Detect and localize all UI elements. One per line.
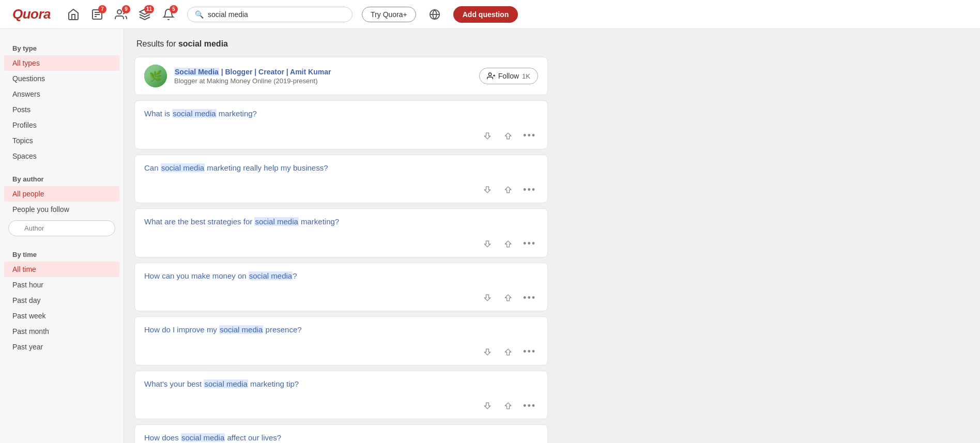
- question-card: Can social media marketing really help m…: [134, 155, 548, 204]
- results-header: Results for social media: [134, 39, 548, 49]
- upvote-button[interactable]: [500, 128, 516, 144]
- upvote-button[interactable]: [500, 236, 516, 252]
- upvote-button[interactable]: [500, 290, 516, 305]
- question-card: What's your best social media marketing …: [134, 371, 548, 420]
- main-content: Results for social media 🌿 Social Media …: [124, 29, 548, 443]
- upvote-button[interactable]: [500, 344, 516, 360]
- downvote-icon: [482, 401, 493, 411]
- upvote-button[interactable]: [500, 182, 516, 197]
- profile-name-highlight: Social Media: [174, 68, 219, 76]
- sidebar-item-questions[interactable]: Questions: [0, 71, 124, 86]
- question-highlight-span: social media: [219, 325, 263, 334]
- profile-name[interactable]: Social Media | Blogger | Creator | Amit …: [174, 68, 472, 76]
- question-text[interactable]: Can social media marketing really help m…: [144, 162, 538, 174]
- downvote-button[interactable]: [480, 128, 495, 144]
- spaces-nav-button[interactable]: 11: [135, 5, 154, 24]
- language-button[interactable]: [425, 5, 444, 24]
- upvote-icon: [503, 185, 513, 195]
- downvote-icon: [482, 347, 493, 357]
- more-options-button[interactable]: •••: [521, 346, 538, 357]
- search-bar[interactable]: 🔍: [187, 7, 353, 22]
- try-plus-button[interactable]: Try Quora+: [362, 7, 416, 22]
- sidebar-item-all-types[interactable]: All types: [4, 55, 119, 71]
- sidebar-item-all-time[interactable]: All time: [4, 262, 119, 277]
- downvote-button[interactable]: [480, 344, 495, 360]
- profile-bio: Blogger at Making Money Online (2019-pre…: [174, 77, 472, 85]
- author-input[interactable]: [8, 220, 115, 236]
- sidebar-item-all-people[interactable]: All people: [4, 186, 119, 202]
- sidebar-item-spaces[interactable]: Spaces: [0, 148, 124, 164]
- sidebar-item-past-hour[interactable]: Past hour: [0, 277, 124, 293]
- notifications-nav-button[interactable]: 5: [159, 5, 178, 24]
- downvote-button[interactable]: [480, 182, 495, 197]
- sidebar-item-past-day[interactable]: Past day: [0, 293, 124, 308]
- search-input[interactable]: [208, 10, 345, 19]
- following-badge: 9: [122, 5, 130, 13]
- avatar: 🌿: [144, 65, 167, 87]
- upvote-icon: [503, 239, 513, 249]
- add-question-button[interactable]: Add question: [453, 6, 518, 23]
- home-icon: [67, 8, 80, 21]
- question-text[interactable]: How can you make money on social media?: [144, 270, 538, 282]
- avatar-inner: 🌿: [144, 65, 167, 87]
- logo[interactable]: Quora: [12, 6, 51, 22]
- sidebar-item-past-month[interactable]: Past month: [0, 324, 124, 339]
- question-actions: •••: [144, 125, 538, 144]
- downvote-icon: [482, 293, 493, 303]
- more-options-button[interactable]: •••: [521, 293, 538, 303]
- more-options-button[interactable]: •••: [521, 238, 538, 249]
- downvote-icon: [482, 131, 493, 141]
- follow-count: 1K: [522, 72, 530, 80]
- home-nav-button[interactable]: [64, 5, 83, 24]
- question-card: How do I improve my social media presenc…: [134, 316, 548, 365]
- profile-info: Social Media | Blogger | Creator | Amit …: [174, 68, 472, 85]
- upvote-icon: [503, 293, 513, 303]
- upvote-button[interactable]: [500, 398, 516, 414]
- downvote-button[interactable]: [480, 236, 495, 252]
- answers-badge: 7: [98, 5, 106, 13]
- spaces-badge: 11: [144, 5, 154, 13]
- sidebar-item-past-year[interactable]: Past year: [0, 339, 124, 355]
- downvote-button[interactable]: [480, 398, 495, 414]
- top-header: Quora 7 9: [0, 0, 980, 29]
- question-highlight-span: social media: [254, 217, 298, 226]
- question-text[interactable]: How does social media affect our lives?: [144, 432, 538, 443]
- more-options-button[interactable]: •••: [521, 185, 538, 195]
- upvote-icon: [503, 131, 513, 141]
- question-highlight-span: social media: [249, 271, 293, 280]
- sidebar-item-people-you-follow[interactable]: People you follow: [0, 202, 124, 217]
- downvote-icon: [482, 185, 493, 195]
- sidebar-item-profiles[interactable]: Profiles: [0, 117, 124, 133]
- follow-icon: [487, 72, 495, 80]
- upvote-icon: [503, 347, 513, 357]
- answers-nav-button[interactable]: 7: [88, 5, 106, 24]
- question-text[interactable]: What's your best social media marketing …: [144, 378, 538, 390]
- question-card: How does social media affect our lives?•…: [134, 424, 548, 443]
- question-actions: •••: [144, 341, 538, 360]
- sidebar-item-posts[interactable]: Posts: [0, 102, 124, 117]
- question-highlight-span: social media: [172, 109, 216, 118]
- author-input-wrap: 🔍: [0, 217, 124, 239]
- more-options-button[interactable]: •••: [521, 130, 538, 141]
- sidebar-item-past-week[interactable]: Past week: [0, 308, 124, 324]
- sidebar-item-topics[interactable]: Topics: [0, 133, 124, 148]
- svg-point-4: [117, 10, 121, 14]
- more-options-button[interactable]: •••: [521, 401, 538, 411]
- question-text[interactable]: How do I improve my social media presenc…: [144, 324, 538, 336]
- downvote-button[interactable]: [480, 290, 495, 305]
- by-author-label: By author: [0, 170, 124, 186]
- profile-name-rest: | Blogger | Creator | Amit Kumar: [219, 68, 331, 76]
- nav-icons: 7 9 11 5: [64, 5, 178, 24]
- upvote-icon: [503, 401, 513, 411]
- follow-button[interactable]: Follow 1K: [479, 68, 538, 84]
- search-icon: 🔍: [195, 10, 204, 19]
- question-highlight-span: social media: [181, 433, 225, 442]
- following-nav-button[interactable]: 9: [112, 5, 130, 24]
- question-text[interactable]: What are the best strategies for social …: [144, 216, 538, 228]
- globe-icon: [429, 9, 440, 20]
- question-text[interactable]: What is social media marketing?: [144, 108, 538, 120]
- by-type-label: By type: [0, 39, 124, 55]
- sidebar-item-answers[interactable]: Answers: [0, 86, 124, 102]
- sidebar: By type All types Questions Answers Post…: [0, 29, 124, 443]
- question-actions: •••: [144, 395, 538, 414]
